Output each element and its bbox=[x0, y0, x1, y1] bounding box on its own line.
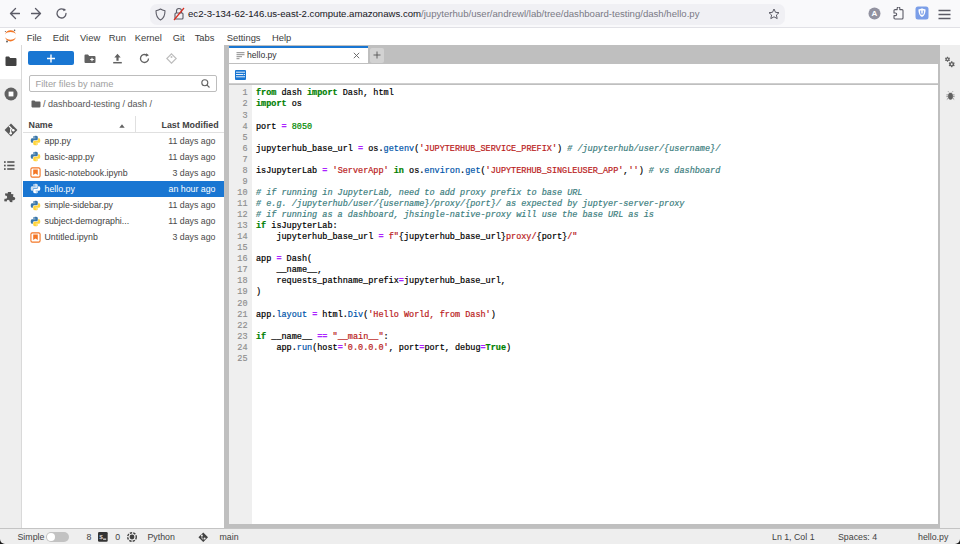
svg-text:$: $ bbox=[100, 534, 104, 541]
svg-text:A: A bbox=[872, 9, 878, 18]
